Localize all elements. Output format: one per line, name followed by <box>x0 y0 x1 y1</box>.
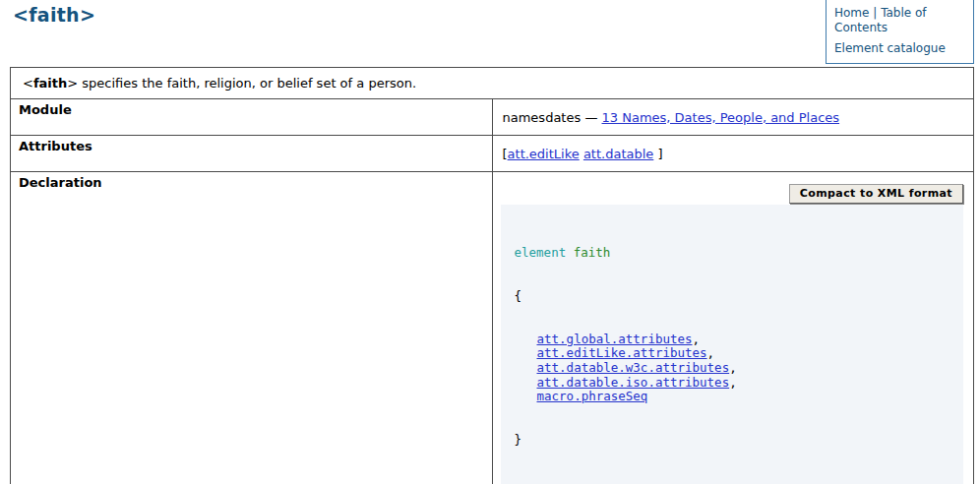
element-spec-table: <faith> specifies the faith, religion, o… <box>10 67 974 484</box>
attributes-value: [att.editLike att.datable ] <box>492 136 974 172</box>
element-description: <faith> specifies the faith, religion, o… <box>11 68 974 99</box>
module-value: namesdates — 13 Names, Dates, People, an… <box>492 99 974 136</box>
declaration-code-box: element faith { att.global.attributes,at… <box>501 205 964 484</box>
module-row: Module namesdates — 13 Names, Dates, Peo… <box>11 99 974 136</box>
declaration-member-link[interactable]: att.editLike.attributes <box>537 345 707 360</box>
declaration-code-line: element faith <box>515 246 950 261</box>
description-close-bracket: > <box>67 76 78 91</box>
element-reference-page: <faith> Home | Table of Contents Element… <box>0 0 980 484</box>
keyword-element: element <box>515 245 567 260</box>
attributes-row: Attributes [att.editLike att.datable ] <box>11 136 974 172</box>
declaration-code-line: att.datable.w3c.attributes, <box>515 361 950 376</box>
declaration-open-brace: { <box>515 289 950 304</box>
nav-element-catalogue-link[interactable]: Element catalogue <box>834 41 946 55</box>
declaration-code-line: macro.phraseSeq <box>515 390 950 404</box>
attributes-label: Attributes <box>11 136 493 172</box>
page-title: <faith> <box>13 4 95 26</box>
module-name: namesdates <box>503 110 582 125</box>
declaration-code-line: att.editLike.attributes, <box>515 346 950 361</box>
description-tag-name: faith <box>33 76 67 91</box>
module-chapter-link[interactable]: 13 Names, Dates, People, and Places <box>602 110 840 125</box>
description-row: <faith> specifies the faith, religion, o… <box>11 68 974 99</box>
declaration-close-brace: } <box>515 433 950 448</box>
declaration-value: Compact to XML format element faith { at… <box>492 172 974 484</box>
declaration-code-line: att.global.attributes, <box>515 333 950 347</box>
attribute-class-link[interactable]: att.editLike <box>508 147 580 161</box>
declaration-code-line: att.datable.iso.attributes, <box>515 376 950 391</box>
nav-box: Home | Table of Contents Element catalog… <box>826 0 974 64</box>
declaration-toolbar: Compact to XML format <box>501 184 964 204</box>
declaration-row: Declaration Compact to XML format elemen… <box>11 172 974 484</box>
nav-line: Element catalogue <box>834 41 973 56</box>
nav-line: Home | Table of Contents <box>834 6 973 34</box>
declaration-member-links: att.global.attributes,att.editLike.attri… <box>515 333 950 404</box>
declaration-member-link[interactable]: att.global.attributes <box>537 332 693 346</box>
declaration-member-link[interactable]: att.datable.iso.attributes <box>537 375 730 390</box>
declaration-member-link[interactable]: att.datable.w3c.attributes <box>537 360 730 375</box>
declaration-member-link[interactable]: macro.phraseSeq <box>537 389 648 403</box>
attribute-class-link[interactable]: att.datable <box>583 147 653 161</box>
nav-home-link[interactable]: Home <box>834 6 869 20</box>
description-text: specifies the faith, religion, or belief… <box>78 76 416 91</box>
module-label: Module <box>11 99 493 136</box>
declaration-label: Declaration <box>11 172 493 484</box>
compact-to-xml-button[interactable]: Compact to XML format <box>789 184 963 204</box>
attribute-links: att.editLike att.datable <box>508 147 654 161</box>
module-dash: — <box>584 110 597 125</box>
description-open-bracket: < <box>23 76 33 91</box>
nav-separator: | <box>873 6 877 20</box>
declared-element-name: faith <box>574 245 611 260</box>
attributes-close-bracket: ] <box>657 147 662 161</box>
